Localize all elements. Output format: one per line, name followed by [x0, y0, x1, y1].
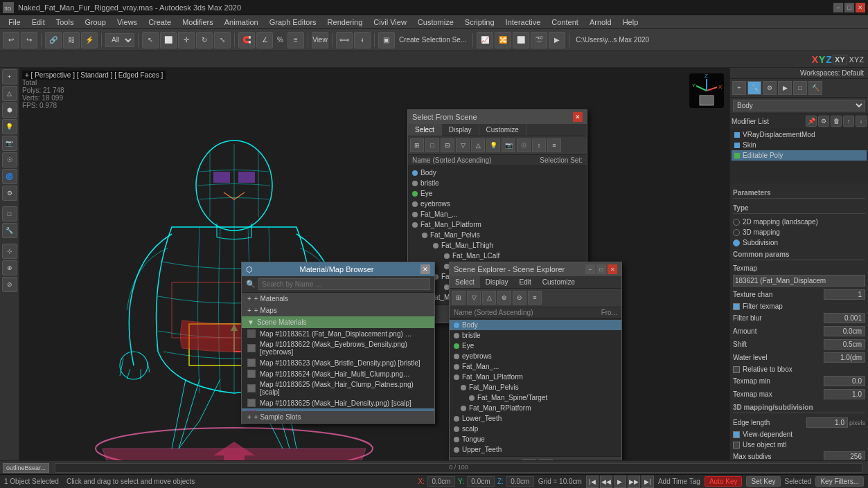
- material-browser-title-bar[interactable]: ⬡ Material/Map Browser ✕: [242, 262, 434, 276]
- snap-obj-btn[interactable]: ⊘: [2, 277, 17, 292]
- redo-button[interactable]: ↪: [21, 32, 37, 48]
- se-tab-select[interactable]: Select: [450, 276, 480, 288]
- lights-btn[interactable]: 💡: [2, 119, 17, 134]
- create-cmd-btn[interactable]: +: [732, 81, 746, 95]
- se-item-lower-teeth[interactable]: Lower_Teeth: [450, 413, 621, 424]
- bind-button[interactable]: ⚡: [81, 32, 98, 48]
- geometry-filter[interactable]: △: [471, 138, 485, 152]
- menu-help[interactable]: Help: [617, 17, 644, 28]
- mod-pin-btn[interactable]: 📌: [806, 116, 817, 127]
- se-geom-btn[interactable]: △: [482, 291, 496, 305]
- se-item-lplatform[interactable]: Fat_Man_LPlatform: [450, 372, 621, 382]
- mat-item-6[interactable]: Naked_Fat_Man_Fur_Rigged_MAT (VRayFastSS…: [242, 408, 434, 411]
- se-item-eye[interactable]: Eye: [450, 341, 621, 351]
- scene-item-lcalf[interactable]: Fat_Man_LCalf: [408, 251, 587, 261]
- se-minimize-btn[interactable]: −: [585, 264, 595, 274]
- spacewarps-btn[interactable]: 🌀: [2, 169, 17, 184]
- x-coord-value[interactable]: 0.0cm: [427, 476, 455, 487]
- select-scene-title-bar[interactable]: Select From Scene ✕: [408, 110, 587, 124]
- water-level-input[interactable]: [824, 352, 865, 363]
- material-search-input[interactable]: [258, 278, 430, 290]
- se-item-bristle[interactable]: bristle: [450, 330, 621, 341]
- se-options-btn[interactable]: ≡: [528, 291, 542, 305]
- mod-delete-btn[interactable]: 🗑: [831, 116, 842, 127]
- minimize-button[interactable]: −: [833, 3, 843, 12]
- display-cmd-btn[interactable]: □: [793, 81, 807, 95]
- type-subdiv-radio[interactable]: [733, 240, 740, 246]
- type-subdiv-row[interactable]: Subdivision: [733, 237, 865, 248]
- align-btn[interactable]: ⫞: [354, 32, 371, 48]
- scene-item-body[interactable]: Body: [408, 168, 587, 178]
- mod-moveup-btn[interactable]: ↑: [843, 116, 854, 127]
- render-btn[interactable]: ▶: [549, 32, 565, 48]
- mod-skin[interactable]: Skin: [732, 140, 867, 150]
- filter-btn[interactable]: ▽: [456, 138, 470, 152]
- display-options-btn[interactable]: ≡: [547, 138, 561, 152]
- menu-tools[interactable]: Tools: [51, 17, 80, 28]
- mat-item-4[interactable]: Map #10183625 (Mask_Hair_Clump_Flatnes.p…: [242, 379, 434, 397]
- filter-blur-input[interactable]: [824, 313, 865, 323]
- relative-bbox-check[interactable]: [733, 366, 740, 373]
- menu-group[interactable]: Group: [79, 17, 112, 28]
- amount-input[interactable]: [824, 326, 865, 336]
- select-scene-tab-customize[interactable]: Customize: [479, 124, 526, 136]
- se-restore-btn[interactable]: □: [596, 264, 606, 274]
- y-axis-btn[interactable]: Y: [819, 54, 825, 65]
- texmap-value-btn[interactable]: 183621 (Fat_Man_Displacem: [733, 275, 865, 287]
- spinner-snap[interactable]: ≡: [287, 32, 304, 48]
- window-controls[interactable]: − □ ✕: [833, 3, 865, 12]
- rotate-button[interactable]: ↻: [196, 32, 213, 48]
- mat-item-2[interactable]: Map #10183623 (Mask_Bristle_Density.png)…: [242, 357, 434, 368]
- texture-chan-input[interactable]: [824, 289, 865, 300]
- menu-rendering[interactable]: Rendering: [322, 17, 369, 28]
- select-scene-close-btn[interactable]: ✕: [573, 112, 583, 122]
- mod-vray-displacement[interactable]: VRayDisplacementMod: [732, 129, 867, 140]
- x-axis-btn[interactable]: X: [812, 54, 818, 65]
- se-footer-icon-2[interactable]: ⊞: [539, 459, 553, 460]
- view-btn[interactable]: View: [312, 32, 328, 48]
- select-region-button[interactable]: ⬜: [160, 32, 177, 48]
- object-dropdown[interactable]: Body: [733, 100, 865, 111]
- mat-item-5[interactable]: Map #10183625 (Mask_Hair_Density.png) [s…: [242, 397, 434, 408]
- materials-section-header[interactable]: + + Materials: [242, 293, 434, 305]
- cameras-btn[interactable]: 📷: [2, 136, 17, 151]
- maps-section-header[interactable]: + + Maps: [242, 305, 434, 316]
- auto-key-btn[interactable]: Auto Key: [705, 476, 743, 487]
- helpers-btn[interactable]: ☉: [2, 152, 17, 168]
- type-2d-row[interactable]: 2D mapping (landscape): [733, 217, 865, 227]
- curve-editor-btn[interactable]: 📈: [477, 32, 493, 48]
- next-frame-btn[interactable]: ▶|: [641, 476, 654, 488]
- shape-btn[interactable]: ⬢: [2, 102, 17, 118]
- snap-2d-btn[interactable]: ⊹: [2, 244, 17, 259]
- se-tab-display[interactable]: Display: [480, 276, 514, 288]
- type-3d-row[interactable]: 3D mapping: [733, 227, 865, 237]
- edge-length-input[interactable]: [806, 417, 848, 428]
- texmap-min-input[interactable]: [824, 376, 865, 386]
- menu-file[interactable]: File: [3, 17, 26, 28]
- se-tab-customize[interactable]: Customize: [537, 276, 581, 288]
- se-filter-btn[interactable]: ▽: [467, 291, 481, 305]
- set-key-btn[interactable]: Set Key: [746, 476, 780, 487]
- se-expand-btn[interactable]: ⊕: [497, 291, 511, 305]
- menu-modifiers[interactable]: Modifiers: [177, 17, 219, 28]
- z-axis-btn[interactable]: Z: [826, 54, 832, 65]
- geometry-btn[interactable]: △: [2, 86, 17, 101]
- select-invert-btn[interactable]: ⊟: [441, 138, 454, 152]
- sample-slots-header[interactable]: + + Sample Slots: [242, 411, 434, 423]
- scene-explorer-title-bar[interactable]: Scene Explorer - Scene Explorer − □ ✕: [450, 262, 621, 276]
- selection-filter-dropdown[interactable]: All: [105, 33, 134, 47]
- helper-filter[interactable]: ☉: [517, 138, 531, 152]
- select-scene-tab-select[interactable]: Select: [408, 124, 442, 136]
- select-all-btn[interactable]: ⊞: [410, 138, 424, 152]
- unlink-button[interactable]: ⛓: [63, 32, 80, 48]
- menu-content[interactable]: Content: [546, 17, 584, 28]
- menu-animation[interactable]: Animation: [219, 17, 264, 28]
- scene-item-fatman[interactable]: Fat_Man_...: [408, 209, 587, 219]
- close-button[interactable]: ✕: [856, 3, 865, 12]
- scene-item-pelvis[interactable]: Fat_Man_Pelvis: [408, 230, 587, 240]
- mod-movedown-btn[interactable]: ↓: [856, 116, 867, 127]
- scene-materials-header[interactable]: ▼ Scene Materials: [242, 316, 434, 328]
- menu-graph-editors[interactable]: Graph Editors: [264, 17, 322, 28]
- se-item-eyebrows[interactable]: eyebrows: [450, 351, 621, 361]
- type-3d-radio[interactable]: [733, 229, 740, 236]
